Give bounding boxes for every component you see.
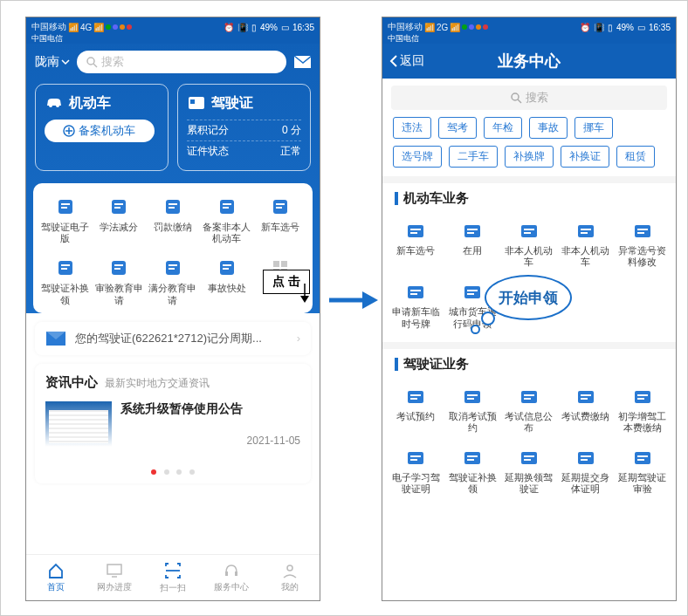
service-fullscore-edu[interactable]: 满分教育申请 [146,257,200,305]
svg-rect-79 [524,398,531,400]
svg-rect-74 [464,391,480,403]
temp-icon [501,221,558,242]
category-chips: 违法驾考年检事故挪车选号牌二手车补换牌补换证租赁 [382,117,676,176]
service-apply-temp[interactable]: 申请新车临时号牌 [388,275,444,336]
svg-rect-9 [190,99,195,104]
service-exam-edu[interactable]: 审验教育申请 [93,257,147,305]
news-item[interactable]: 系统升级暂停使用公告 2021-11-05 [35,394,311,457]
id-card-icon [187,93,206,113]
service-first-add[interactable]: 初学增驾工本费缴纳 [614,380,671,441]
svg-rect-86 [408,452,423,464]
service-ext-check[interactable]: 延期驾驶证审验 [614,441,671,502]
service-law-deduct[interactable]: 学法减分 [93,195,147,244]
service-newcar-num[interactable]: 新车选号 [253,195,307,244]
tab-bar: 首页 网办进度 扫一扫 服务中心 我的 [26,554,320,600]
section-vehicle: 机动车业务 [382,176,676,209]
service-abnormal[interactable]: 异常选号资料修改 [614,214,671,275]
location-selector[interactable]: 陇南 [35,54,70,70]
service-ext-renew[interactable]: 延期换领驾驶证 [501,441,558,502]
search-input[interactable]: 搜索 [391,86,667,110]
service-license-renew[interactable]: 驾驶证补换领 [38,257,93,305]
tab-me[interactable]: 我的 [261,555,320,600]
service-exam-book[interactable]: 考试预约 [388,380,444,441]
svg-rect-80 [578,391,594,403]
svg-rect-85 [637,398,644,400]
news-header: 资讯中心 [45,374,98,389]
service-ext-body[interactable]: 延期提交身体证明 [557,441,614,502]
svg-rect-29 [114,264,123,266]
news-thumb [45,401,112,447]
license-service-grid: 考试预约取消考试预约考试信息公布考试费缴纳初学增驾工本费缴纳电子学习驾驶证明驾驶… [382,374,676,508]
tab-home[interactable]: 首页 [26,555,85,600]
svg-point-48 [512,93,519,100]
chip-驾考[interactable]: 驾考 [438,117,477,139]
service-exam-cancel[interactable]: 取消考试预约 [444,380,501,441]
service-temp[interactable]: 非本人机动车 [501,214,558,275]
service-record-other[interactable]: 备案非本人机动车 [200,195,254,244]
svg-rect-20 [223,203,231,205]
annotation-arrow-right [327,289,380,311]
chip-选号牌[interactable]: 选号牌 [393,146,442,168]
service-exam-fee[interactable]: 考试费缴纳 [557,380,614,441]
service-fine-pay[interactable]: 罚款缴纳 [146,195,200,244]
service-newcar[interactable]: 新车选号 [388,214,444,275]
chip-年检[interactable]: 年检 [484,117,522,139]
svg-rect-68 [464,286,480,298]
license-title: 驾驶证 [211,94,253,113]
svg-point-47 [287,565,292,571]
svg-rect-98 [635,452,650,464]
svg-point-0 [87,58,94,65]
svg-rect-97 [581,459,588,461]
svg-rect-69 [467,290,478,291]
chip-挪车[interactable]: 挪车 [574,117,613,139]
chip-违法[interactable]: 违法 [393,117,431,139]
newcar-num-icon [253,195,307,218]
svg-rect-35 [223,264,231,266]
svg-rect-78 [524,394,534,396]
news-sub: 最新实时地方交通资讯 [105,377,210,389]
mail-icon[interactable] [293,55,311,69]
service-lic-renew2[interactable]: 驾驶证补换领 [444,441,501,502]
annotation-bubble: 开始申领 [485,275,572,320]
section-license: 驾驶证业务 [382,342,676,374]
chip-补换牌[interactable]: 补换牌 [505,146,554,168]
svg-rect-36 [223,268,229,270]
search-input[interactable]: 搜索 [77,51,286,73]
chip-事故[interactable]: 事故 [529,117,568,139]
svg-rect-55 [467,232,474,234]
chip-补换证[interactable]: 补换证 [561,146,609,168]
svg-rect-14 [114,203,123,205]
notice-card[interactable]: 您的驾驶证(622621*2712)记分周期... › [35,322,311,355]
ext-body-icon [557,448,614,469]
svg-rect-67 [410,293,417,295]
scan-icon [163,561,182,580]
svg-rect-32 [169,264,177,266]
service-exam-info[interactable]: 考试信息公布 [501,380,558,441]
svg-rect-57 [524,229,534,230]
service-inuse[interactable]: 在用 [444,214,501,275]
svg-rect-26 [61,264,70,266]
svg-rect-38 [281,261,287,267]
chip-租赁[interactable]: 租赁 [616,146,655,168]
law-deduct-icon [93,195,147,218]
exam-fee-icon [557,387,614,407]
svg-rect-63 [637,229,648,230]
svg-rect-88 [410,459,417,461]
backup-icon [557,221,614,242]
exam-info-icon [501,387,558,407]
tab-progress[interactable]: 网办进度 [85,555,143,600]
chip-二手车[interactable]: 二手车 [449,146,498,168]
tab-scan[interactable]: 扫一扫 [143,555,202,600]
tab-service[interactable]: 服务中心 [203,555,261,600]
back-button[interactable]: 返回 [389,53,424,69]
register-vehicle-button[interactable]: 备案机动车 [45,120,155,142]
service-accident-fast[interactable]: 事故快处 [200,257,254,305]
svg-rect-90 [467,455,478,457]
abnormal-icon [614,221,671,242]
service-estudy[interactable]: 电子学习驾驶证明 [388,441,444,502]
license-card: 驾驶证 累积记分0 分 证件状态正常 [177,84,311,171]
svg-rect-92 [521,452,537,464]
service-backup[interactable]: 非本人机动车 [557,214,614,275]
service-license-e[interactable]: 驾驶证电子版 [38,195,93,244]
svg-rect-87 [410,455,421,457]
